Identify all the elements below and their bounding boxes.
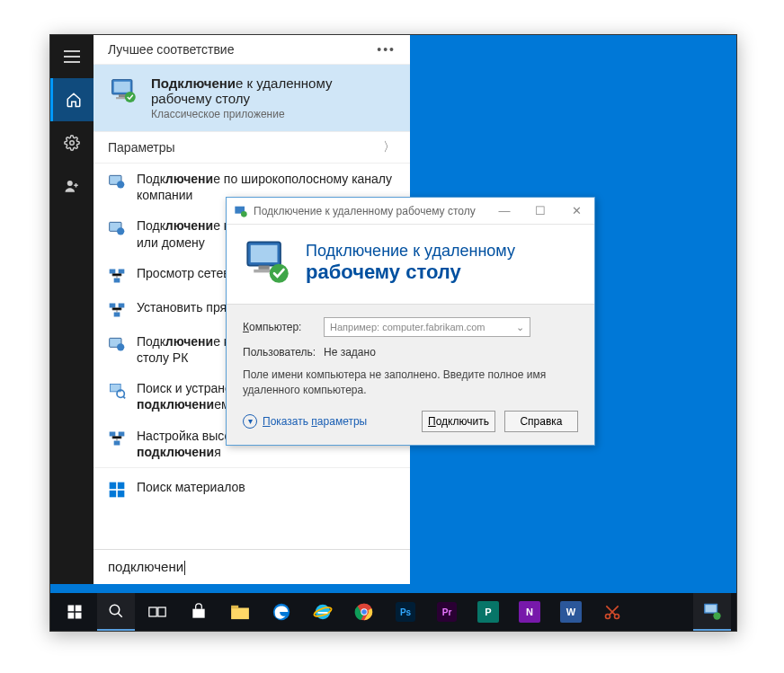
svg-point-39 — [110, 605, 120, 615]
explorer-button[interactable] — [221, 593, 259, 631]
computer-label: Компьютер: — [243, 321, 313, 333]
word-button[interactable]: W — [552, 593, 590, 631]
connect-button[interactable]: Подключить — [422, 411, 495, 432]
snip-button[interactable] — [593, 593, 631, 631]
rdp-titlebar[interactable]: Подключение к удаленному рабочему столу … — [227, 198, 594, 225]
rdp-taskbar-button[interactable] — [693, 593, 731, 631]
rdp-dialog: Подключение к удаленному рабочему столу … — [226, 197, 595, 446]
svg-rect-25 — [118, 483, 125, 490]
svg-point-29 — [241, 211, 247, 217]
svg-point-1 — [67, 181, 73, 186]
more-materials[interactable]: Поиск материалов — [94, 467, 410, 506]
svg-rect-11 — [110, 269, 116, 273]
svg-rect-22 — [119, 431, 125, 436]
sidebar-user[interactable] — [50, 164, 94, 208]
svg-rect-43 — [231, 606, 238, 609]
svg-rect-24 — [110, 483, 117, 490]
svg-rect-21 — [110, 431, 116, 436]
svg-point-0 — [70, 141, 75, 146]
svg-point-49 — [361, 609, 367, 615]
svg-rect-26 — [110, 491, 117, 498]
rdp-icon — [234, 204, 248, 218]
svg-rect-3 — [114, 82, 130, 93]
photoshop-button[interactable]: Ps — [387, 593, 424, 631]
settings-icon — [108, 219, 126, 237]
network-icon — [108, 301, 126, 319]
banner-line1: Подключение к удаленному — [306, 242, 515, 261]
computer-combobox[interactable]: Например: computer.fabrikam.com ⌄ — [324, 317, 530, 337]
banner-line2: рабочему столу — [306, 261, 515, 284]
best-match-title: Подключение к удаленному рабочему столу — [151, 75, 396, 106]
svg-rect-23 — [114, 440, 120, 445]
sidebar-settings[interactable] — [50, 121, 94, 164]
ie-button[interactable] — [304, 593, 342, 631]
network-icon — [108, 267, 126, 285]
svg-rect-31 — [251, 245, 278, 262]
svg-rect-35 — [68, 606, 75, 612]
user-value: Не задано — [324, 346, 376, 359]
svg-rect-4 — [119, 94, 126, 97]
chrome-button[interactable] — [345, 593, 383, 631]
settings-section-header[interactable]: Параметры 〉 — [94, 131, 410, 164]
help-button[interactable]: Справка — [504, 411, 578, 432]
svg-point-18 — [117, 343, 124, 350]
windows-icon — [108, 481, 126, 499]
taskbar: Ps Pr P N W — [50, 593, 736, 631]
chevron-right-icon: 〉 — [383, 139, 396, 155]
user-label: Пользователь: — [243, 346, 313, 359]
best-match-result[interactable]: Подключение к удаленному рабочему столу … — [94, 65, 410, 131]
taskview-button[interactable] — [138, 593, 176, 631]
edge-button[interactable] — [263, 593, 300, 631]
svg-rect-32 — [259, 266, 270, 270]
show-options-toggle[interactable]: ▾ Показать параметры — [243, 414, 367, 429]
svg-rect-36 — [76, 606, 82, 612]
svg-rect-37 — [68, 613, 75, 619]
onenote-button[interactable]: N — [511, 593, 548, 631]
maximize-button[interactable]: ☐ — [522, 198, 558, 225]
svg-rect-15 — [119, 303, 125, 307]
rdp-large-icon — [243, 237, 293, 288]
svg-rect-40 — [149, 607, 156, 616]
start-button[interactable] — [56, 593, 94, 631]
chevron-down-icon: ▾ — [243, 414, 257, 429]
svg-rect-14 — [110, 303, 116, 307]
svg-rect-38 — [76, 613, 82, 619]
search-input[interactable]: подключени — [94, 549, 410, 584]
sidebar-home[interactable] — [50, 78, 94, 121]
svg-rect-27 — [118, 491, 125, 498]
start-sidebar — [50, 35, 94, 584]
svg-rect-53 — [705, 605, 716, 612]
settings-icon — [108, 173, 126, 190]
close-button[interactable]: ✕ — [558, 198, 594, 225]
svg-point-10 — [117, 228, 124, 235]
search-button[interactable] — [97, 593, 135, 631]
settings-icon — [108, 335, 126, 353]
troubleshoot-icon — [108, 382, 126, 400]
svg-point-54 — [713, 612, 720, 619]
desktop-background: Лучшее соответствие ••• Подключение к уд… — [50, 35, 736, 631]
rdp-icon — [108, 75, 140, 108]
best-match-subtitle: Классическое приложение — [151, 108, 396, 120]
window-title: Подключение к удаленному рабочему столу — [254, 205, 486, 217]
svg-rect-12 — [119, 269, 125, 273]
premiere-button[interactable]: Pr — [428, 593, 466, 631]
rdp-banner: Подключение к удаленному рабочему столу — [227, 225, 594, 304]
svg-point-8 — [117, 181, 124, 188]
store-button[interactable] — [180, 593, 218, 631]
minimize-button[interactable]: — — [486, 198, 522, 225]
network-icon — [108, 429, 126, 447]
svg-point-6 — [125, 92, 136, 102]
svg-rect-41 — [158, 607, 165, 616]
hint-text: Поле имени компьютера не заполнено. Введ… — [243, 367, 578, 398]
svg-rect-13 — [114, 278, 120, 282]
menu-expand-button[interactable] — [50, 35, 94, 78]
more-options-button[interactable]: ••• — [377, 42, 396, 57]
svg-rect-16 — [114, 312, 120, 316]
publisher-button[interactable]: P — [469, 593, 507, 631]
best-match-header: Лучшее соответствие ••• — [94, 35, 410, 65]
chevron-down-icon: ⌄ — [516, 322, 524, 333]
svg-rect-42 — [231, 608, 249, 620]
